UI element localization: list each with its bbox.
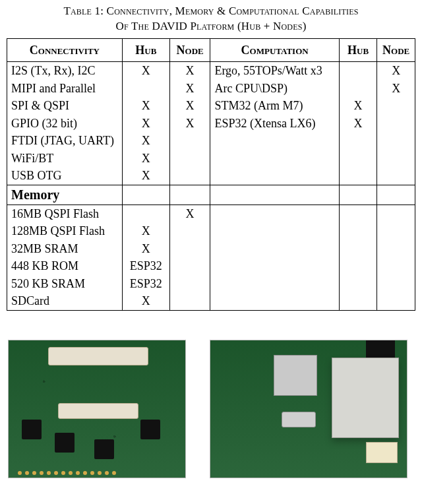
table-row: GPIO (32 bit)XXESP32 (Xtensa LX6)X	[7, 115, 415, 133]
connector-icon	[58, 403, 138, 419]
cell-hub: X	[122, 167, 169, 185]
cell-node-2	[377, 205, 415, 222]
col-node: Node	[169, 38, 210, 62]
col-connectivity: Connectivity	[7, 38, 123, 62]
cell-hub: X	[122, 97, 169, 115]
cell-computation: ESP32 (Xtensa LX6)	[210, 115, 339, 133]
table-row: SDCardX	[7, 292, 415, 310]
caption-line-1: Table 1: Connectivity, Memory & Computat…	[63, 5, 358, 17]
cell-computation	[210, 205, 339, 222]
table-row: 520 KB SRAMESP32	[7, 275, 415, 293]
col-hub: Hub	[122, 38, 169, 62]
cell-node	[169, 240, 210, 258]
cell-node	[169, 292, 210, 310]
cell-computation	[210, 167, 339, 185]
table-row: MIPI and ParallelXArc CPU\DSP)X	[7, 80, 415, 98]
chip-icon	[55, 433, 75, 453]
cell-hub-2	[339, 205, 377, 222]
cell-hub: X	[122, 240, 169, 258]
usb-port-icon	[282, 412, 316, 427]
cell-connectivity: I2S (Tx, Rx), I2C	[7, 62, 123, 80]
cell-hub: ESP32	[122, 257, 169, 275]
chip-icon	[94, 439, 114, 459]
table-body-top: I2S (Tx, Rx), I2CXXErgo, 55TOPs/Watt x3X…	[7, 62, 415, 185]
cell-hub: X	[122, 115, 169, 133]
cell-hub-2: X	[339, 97, 377, 115]
cell-node-2	[377, 257, 415, 275]
cell-node-2	[377, 150, 415, 168]
cell-node-2	[377, 240, 415, 258]
cell-computation: STM32 (Arm M7)	[210, 97, 339, 115]
cell-hub: X	[122, 222, 169, 240]
table-body-memory-header: Memory	[7, 185, 415, 205]
cell-connectivity: 520 KB SRAM	[7, 275, 123, 293]
cell-hub-2	[339, 167, 377, 185]
cell-node: X	[169, 80, 210, 98]
cell-node	[169, 275, 210, 293]
cell-hub: X	[122, 150, 169, 168]
col-computation: Computation	[210, 38, 339, 62]
cell-node-2	[377, 292, 415, 310]
table-row: FTDI (JTAG, UART)X	[7, 132, 415, 150]
cell-node-2	[377, 167, 415, 185]
cell-connectivity: 128MB QSPI Flash	[7, 222, 123, 240]
cell-node	[169, 132, 210, 150]
cell-node-2	[377, 222, 415, 240]
cell-computation	[210, 150, 339, 168]
cell-hub	[122, 205, 169, 222]
cell-connectivity: 448 KB ROM	[7, 257, 123, 275]
cell-computation: Ergo, 55TOPs/Watt x3	[210, 62, 339, 80]
cell-connectivity: 32MB SRAM	[7, 240, 123, 258]
sticker-icon	[366, 442, 398, 463]
table-row: USB OTGX	[7, 167, 415, 185]
cell-computation	[210, 222, 339, 240]
cell-hub-2	[339, 240, 377, 258]
table-row: 32MB SRAMX	[7, 240, 415, 258]
cell-hub-2	[339, 62, 377, 80]
sd-slot-icon	[274, 355, 317, 396]
cell-node-2	[377, 275, 415, 293]
cell	[122, 185, 169, 205]
chip-icon	[140, 420, 160, 439]
cell-hub: ESP32	[122, 275, 169, 293]
cell-hub-2	[339, 257, 377, 275]
cell-node	[169, 257, 210, 275]
antenna-icon	[366, 340, 395, 358]
table-body-memory: 16MB QSPI FlashX128MB QSPI FlashX32MB SR…	[7, 205, 415, 310]
rf-module-icon	[332, 358, 399, 438]
cell-computation: Arc CPU\DSP)	[210, 80, 339, 98]
cell-hub-2	[339, 80, 377, 98]
cell-node	[169, 222, 210, 240]
cell-connectivity: WiFi/BT	[7, 150, 123, 168]
connector-icon	[48, 347, 148, 365]
cell-node-2	[377, 97, 415, 115]
col-node-2: Node	[377, 38, 415, 62]
cell-hub: X	[122, 132, 169, 150]
cell-connectivity: SPI & QSPI	[7, 97, 123, 115]
table-caption: Table 1: Connectivity, Memory & Computat…	[7, 4, 415, 34]
cell-node-2: X	[377, 62, 415, 80]
caption-line-2: Of The DAVID Platform (Hub + Nodes)	[115, 20, 306, 32]
table-row: I2S (Tx, Rx), I2CXXErgo, 55TOPs/Watt x3X	[7, 62, 415, 80]
cell-node: X	[169, 205, 210, 222]
pcb-photo-right	[210, 340, 407, 478]
cell-hub-2	[339, 292, 377, 310]
memory-section-label: Memory	[7, 185, 123, 205]
table-row: SPI & QSPIXXSTM32 (Arm M7)X	[7, 97, 415, 115]
cell-computation	[210, 132, 339, 150]
cell-connectivity: SDCard	[7, 292, 123, 310]
cell-node-2	[377, 115, 415, 133]
cell-computation	[210, 257, 339, 275]
cell-hub-2	[339, 132, 377, 150]
cell	[169, 185, 210, 205]
figure-row	[7, 340, 415, 478]
cell-hub-2	[339, 222, 377, 240]
table-row: 128MB QSPI FlashX	[7, 222, 415, 240]
cell	[210, 185, 339, 205]
cell-hub: X	[122, 62, 169, 80]
cell-hub-2	[339, 150, 377, 168]
cell-node	[169, 167, 210, 185]
cell-node: X	[169, 97, 210, 115]
cell	[377, 185, 415, 205]
cell-hub-2: X	[339, 115, 377, 133]
